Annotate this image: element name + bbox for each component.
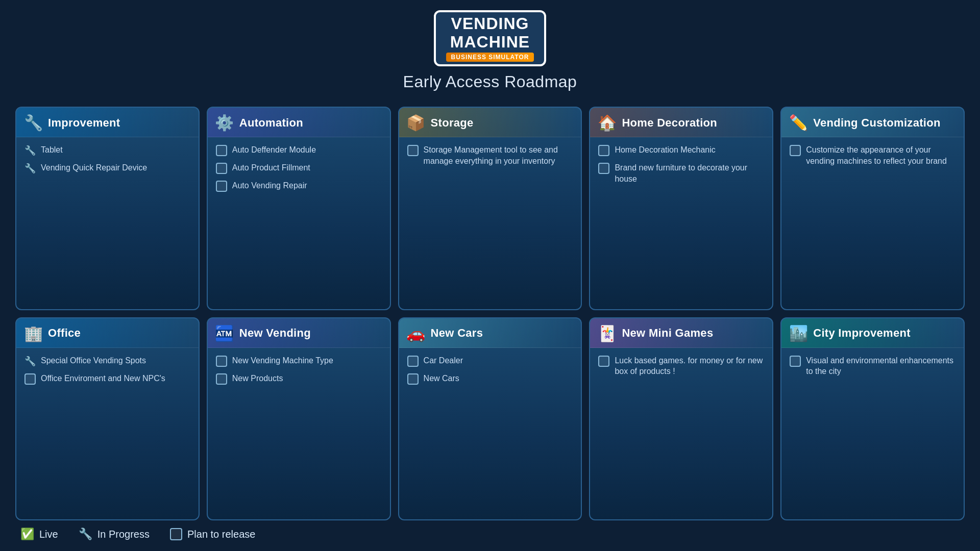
item-text: Home Decoration Mechanic bbox=[615, 144, 715, 156]
automation-title: Automation bbox=[239, 116, 303, 130]
item-text: New Products bbox=[232, 373, 283, 384]
card-new-cars-header: 🚗 New Cars bbox=[399, 318, 581, 348]
item-text: Tablet bbox=[41, 144, 63, 156]
new-vending-title: New Vending bbox=[239, 327, 311, 340]
new-cars-title: New Cars bbox=[431, 327, 483, 340]
list-item: Office Enviroment and New NPC's bbox=[24, 373, 190, 385]
item-text: New Cars bbox=[424, 373, 459, 384]
new-cars-body: Car Dealer New Cars bbox=[399, 348, 581, 520]
live-check-icon: ✅ bbox=[20, 528, 34, 541]
checkbox-icon bbox=[216, 373, 227, 385]
checkbox-icon bbox=[598, 145, 609, 156]
card-city-improvement: 🏙️ City Improvement Visual and environme… bbox=[780, 317, 965, 521]
homedeco-title: Home Decoration bbox=[622, 116, 717, 130]
list-item: 🔧 Special Office Vending Spots bbox=[24, 355, 190, 367]
in-progress-icon: 🔧 bbox=[24, 356, 36, 367]
logo-line1: VENDING bbox=[451, 15, 529, 33]
card-home-decoration: 🏠 Home Decoration Home Decoration Mechan… bbox=[589, 107, 773, 310]
roadmap-grid: 🔧 Improvement 🔧 Tablet 🔧 Vending Quick R… bbox=[15, 107, 965, 520]
checkbox-icon bbox=[216, 356, 227, 367]
card-improvement: 🔧 Improvement 🔧 Tablet 🔧 Vending Quick R… bbox=[15, 107, 200, 310]
mini-games-icon: 🃏 bbox=[597, 324, 617, 342]
legend: ✅ Live 🔧 In Progress Plan to release bbox=[15, 528, 965, 541]
checkbox-icon bbox=[407, 356, 419, 367]
legend-plan-label: Plan to release bbox=[187, 529, 255, 540]
item-text: Car Dealer bbox=[424, 355, 463, 366]
item-text: Special Office Vending Spots bbox=[41, 355, 146, 366]
card-homedeco-header: 🏠 Home Decoration bbox=[590, 108, 772, 137]
checkbox-icon bbox=[407, 373, 419, 385]
vending-custom-title: Vending Customization bbox=[813, 116, 941, 130]
item-text: Storage Management tool to see and manag… bbox=[424, 144, 573, 166]
city-improvement-title: City Improvement bbox=[813, 327, 911, 340]
vending-custom-body: Customize the appearance of your vending… bbox=[781, 137, 964, 309]
card-office: 🏢 Office 🔧 Special Office Vending Spots … bbox=[15, 317, 200, 521]
legend-in-progress: 🔧 In Progress bbox=[79, 528, 150, 541]
new-vending-icon: 🏧 bbox=[215, 324, 234, 342]
storage-title: Storage bbox=[431, 116, 474, 130]
checkbox-icon bbox=[790, 145, 801, 156]
automation-body: Auto Deffender Module Auto Product Fillm… bbox=[208, 137, 390, 309]
legend-live-label: Live bbox=[39, 529, 58, 540]
list-item: New Cars bbox=[407, 373, 573, 385]
storage-icon: 📦 bbox=[406, 114, 426, 132]
card-new-vending-header: 🏧 New Vending bbox=[208, 318, 390, 348]
checkbox-icon bbox=[216, 181, 227, 192]
card-automation: ⚙️ Automation Auto Deffender Module Auto… bbox=[207, 107, 391, 310]
checkbox-icon bbox=[598, 163, 609, 174]
page-title: Early Access Roadmap bbox=[403, 72, 577, 91]
mini-games-body: Luck based games. for money or for new b… bbox=[590, 348, 772, 520]
list-item: Storage Management tool to see and manag… bbox=[407, 144, 573, 166]
plan-checkbox-icon bbox=[170, 528, 182, 540]
city-improvement-body: Visual and environmental enhancements to… bbox=[781, 348, 964, 520]
checkbox-icon bbox=[598, 356, 609, 367]
card-new-cars: 🚗 New Cars Car Dealer New Cars bbox=[398, 317, 582, 521]
card-improvement-header: 🔧 Improvement bbox=[16, 108, 199, 137]
office-body: 🔧 Special Office Vending Spots Office En… bbox=[16, 348, 199, 520]
item-text: Auto Product Fillment bbox=[232, 162, 310, 173]
item-text: Auto Vending Repair bbox=[232, 180, 307, 191]
list-item: 🔧 Vending Quick Repair Device bbox=[24, 162, 190, 174]
live-wrench-icon: 🔧 bbox=[24, 145, 36, 156]
new-vending-body: New Vending Machine Type New Products bbox=[208, 348, 390, 520]
legend-live: ✅ Live bbox=[20, 528, 58, 541]
new-cars-icon: 🚗 bbox=[406, 324, 426, 342]
item-text: Brand new furniture to decorate your hou… bbox=[615, 162, 764, 184]
item-text: New Vending Machine Type bbox=[232, 355, 333, 366]
legend-in-progress-label: In Progress bbox=[97, 529, 150, 540]
card-storage: 📦 Storage Storage Management tool to see… bbox=[398, 107, 582, 310]
in-progress-wrench-legend-icon: 🔧 bbox=[79, 528, 92, 541]
list-item: Customize the appearance of your vending… bbox=[790, 144, 955, 166]
checkbox-icon bbox=[407, 145, 419, 156]
logo: VENDING MACHINE BUSINESS SIMULATOR bbox=[434, 10, 546, 66]
list-item: Visual and environmental enhancements to… bbox=[790, 355, 955, 377]
checkbox-icon bbox=[24, 373, 36, 385]
in-progress-wrench-icon: 🔧 bbox=[24, 163, 36, 174]
list-item: Luck based games. for money or for new b… bbox=[598, 355, 764, 377]
list-item: New Products bbox=[216, 373, 382, 385]
improvement-icon: 🔧 bbox=[23, 114, 43, 132]
card-automation-header: ⚙️ Automation bbox=[208, 108, 390, 137]
card-new-vending: 🏧 New Vending New Vending Machine Type N… bbox=[207, 317, 391, 521]
improvement-body: 🔧 Tablet 🔧 Vending Quick Repair Device bbox=[16, 137, 199, 309]
card-mini-games-header: 🃏 New Mini Games bbox=[590, 318, 772, 348]
list-item: 🔧 Tablet bbox=[24, 144, 190, 156]
card-vending-customization: ✏️ Vending Customization Customize the a… bbox=[780, 107, 965, 310]
list-item: Auto Deffender Module bbox=[216, 144, 382, 156]
card-vending-custom-header: ✏️ Vending Customization bbox=[781, 108, 964, 137]
card-mini-games: 🃏 New Mini Games Luck based games. for m… bbox=[589, 317, 773, 521]
card-city-improvement-header: 🏙️ City Improvement bbox=[781, 318, 964, 348]
logo-subtitle: BUSINESS SIMULATOR bbox=[446, 53, 534, 62]
logo-line2: MACHINE bbox=[450, 33, 530, 51]
item-text: Luck based games. for money or for new b… bbox=[615, 355, 764, 377]
homedeco-body: Home Decoration Mechanic Brand new furni… bbox=[590, 137, 772, 309]
item-text: Vending Quick Repair Device bbox=[41, 162, 147, 173]
office-title: Office bbox=[48, 327, 81, 340]
item-text: Customize the appearance of your vending… bbox=[806, 144, 955, 166]
checkbox-icon bbox=[216, 145, 227, 156]
improvement-title: Improvement bbox=[48, 116, 120, 130]
list-item: Brand new furniture to decorate your hou… bbox=[598, 162, 764, 184]
automation-icon: ⚙️ bbox=[215, 114, 234, 132]
vending-custom-icon: ✏️ bbox=[789, 114, 808, 132]
item-text: Auto Deffender Module bbox=[232, 144, 316, 156]
